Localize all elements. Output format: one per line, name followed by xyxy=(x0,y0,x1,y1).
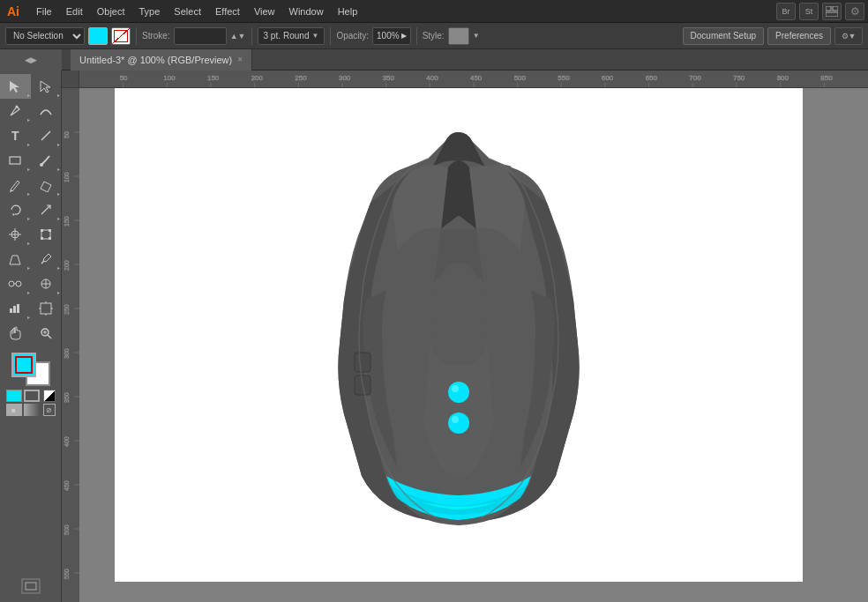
menu-object[interactable]: Object xyxy=(91,4,131,19)
stroke-arrows[interactable]: ▲▼ xyxy=(230,32,246,41)
document-setup-button[interactable]: Document Setup xyxy=(683,27,765,45)
menu-file[interactable]: File xyxy=(30,4,58,19)
zoom-tool[interactable] xyxy=(31,321,62,346)
artboard-options[interactable] xyxy=(4,574,57,598)
stroke-color[interactable] xyxy=(111,27,131,45)
paintbrush-tool[interactable]: ▸ xyxy=(31,148,62,173)
selection-dropdown[interactable]: No Selection xyxy=(5,27,85,45)
tab-title: Untitled-3* @ 100% (RGB/Preview) xyxy=(79,55,232,65)
curvature-tool[interactable] xyxy=(31,99,62,123)
svg-text:300: 300 xyxy=(339,73,351,81)
shape-tool[interactable]: ▸ xyxy=(0,148,31,173)
menu-help[interactable]: Help xyxy=(332,4,364,19)
svg-text:750: 750 xyxy=(733,73,745,81)
gaming-mouse-illustration xyxy=(291,123,626,546)
svg-rect-12 xyxy=(49,229,51,232)
svg-point-101 xyxy=(452,416,459,423)
tool-row-6: ▸ ▸ xyxy=(0,197,61,222)
blend-tool[interactable]: ▸ xyxy=(0,271,31,296)
svg-text:400: 400 xyxy=(64,436,70,447)
menu-effect[interactable]: Effect xyxy=(209,4,246,19)
color-none[interactable]: ⊘ xyxy=(43,404,56,416)
svg-point-100 xyxy=(452,385,459,392)
color-boxes[interactable] xyxy=(11,353,50,386)
stroke-input[interactable] xyxy=(174,27,227,45)
line-tool[interactable]: ▸ xyxy=(31,123,62,148)
pencil-tool[interactable]: ▸ xyxy=(0,173,31,197)
svg-text:500: 500 xyxy=(514,73,527,81)
tool-row-9: ▸ ▸ xyxy=(0,271,61,296)
eraser-tool[interactable]: ▸ xyxy=(31,173,62,197)
scale-tool[interactable]: ▸ xyxy=(31,197,62,222)
stock-icon[interactable]: St xyxy=(799,3,819,20)
color-section: ■ ⊘ xyxy=(3,349,59,420)
svg-text:300: 300 xyxy=(64,348,70,359)
svg-point-16 xyxy=(9,281,14,286)
menu-edit[interactable]: Edit xyxy=(60,4,89,19)
eyedropper-tool[interactable]: ▸ xyxy=(31,247,62,271)
hand-tool[interactable] xyxy=(0,321,31,346)
pen-tool[interactable]: ▸ xyxy=(0,99,31,123)
tool-row-3: T ▸ ▸ xyxy=(0,123,61,148)
svg-text:450: 450 xyxy=(470,73,483,81)
svg-rect-5 xyxy=(10,157,20,164)
menu-select[interactable]: Select xyxy=(168,4,207,19)
stroke-width-display[interactable]: 3 pt. Round ▼ xyxy=(258,27,326,45)
type-icon: T xyxy=(11,129,19,143)
svg-text:350: 350 xyxy=(383,73,395,81)
direct-selection-tool[interactable]: ▸ xyxy=(31,74,62,99)
perspective-tool[interactable]: ▸ xyxy=(0,247,31,271)
stroke-indicator xyxy=(15,356,33,374)
svg-text:350: 350 xyxy=(64,392,70,403)
extra-tools[interactable]: ⚙▼ xyxy=(834,27,863,45)
color-solid[interactable]: ■ xyxy=(6,404,22,416)
svg-rect-14 xyxy=(49,237,51,240)
default-colors[interactable] xyxy=(43,390,56,402)
puppet-warp-tool[interactable]: ▸ xyxy=(0,222,31,247)
tab-bar: ◀▶ Untitled-3* @ 100% (RGB/Preview) × xyxy=(0,49,868,71)
canvas-area[interactable]: 50 100 150 200 250 300 350 400 450 500 5… xyxy=(62,71,868,602)
tool-row-11 xyxy=(0,321,61,346)
sep-4 xyxy=(416,27,417,45)
color-mode-stroke[interactable] xyxy=(24,390,40,402)
symbol-tool[interactable]: ▸ xyxy=(31,271,62,296)
svg-text:50: 50 xyxy=(120,73,128,81)
menu-type[interactable]: Type xyxy=(133,4,167,19)
fill-color[interactable] xyxy=(88,27,108,45)
graph-tool[interactable]: ▸ xyxy=(0,296,31,321)
style-arrow[interactable]: ▼ xyxy=(473,32,480,40)
opacity-label: Opacity: xyxy=(336,31,369,41)
left-toolbar: ▸ ▸ ▸ T ▸ ▸ xyxy=(0,71,62,602)
stroke-width-value: 3 pt. xyxy=(264,31,281,41)
menu-view[interactable]: View xyxy=(248,4,281,19)
artboard-tool[interactable] xyxy=(31,296,62,321)
sep-1 xyxy=(136,27,137,45)
svg-point-98 xyxy=(448,382,469,403)
document-tab[interactable]: Untitled-3* @ 100% (RGB/Preview) × xyxy=(71,49,252,71)
svg-rect-0 xyxy=(826,6,831,11)
workspace-icon[interactable] xyxy=(822,3,842,20)
svg-rect-23 xyxy=(13,306,16,313)
rotate-tool[interactable]: ▸ xyxy=(0,197,31,222)
opacity-control[interactable]: 100% ▶ xyxy=(372,27,411,45)
tool-row-2: ▸ xyxy=(0,99,61,123)
svg-line-4 xyxy=(41,131,50,140)
white-canvas xyxy=(115,88,803,582)
stroke-dropdown-arrow[interactable]: ▼ xyxy=(311,32,318,40)
menu-window[interactable]: Window xyxy=(283,4,330,19)
sep-2 xyxy=(251,27,252,45)
style-swatch[interactable] xyxy=(448,27,469,45)
selection-tool[interactable]: ▸ xyxy=(0,74,31,99)
color-mode-fill[interactable] xyxy=(6,390,22,402)
color-gradient[interactable] xyxy=(24,404,40,416)
svg-text:450: 450 xyxy=(64,480,70,491)
type-tool[interactable]: T ▸ xyxy=(0,123,31,148)
svg-text:850: 850 xyxy=(820,73,833,81)
bridge-icon[interactable]: Br xyxy=(776,3,796,20)
color-mode-row xyxy=(6,390,56,402)
tab-close-button[interactable]: × xyxy=(237,55,243,64)
ai-settings-icon[interactable]: ⚙ xyxy=(845,3,864,20)
main-area: ▸ ▸ ▸ T ▸ ▸ xyxy=(0,71,868,602)
free-transform-tool[interactable] xyxy=(31,222,62,247)
preferences-button[interactable]: Preferences xyxy=(767,27,831,45)
